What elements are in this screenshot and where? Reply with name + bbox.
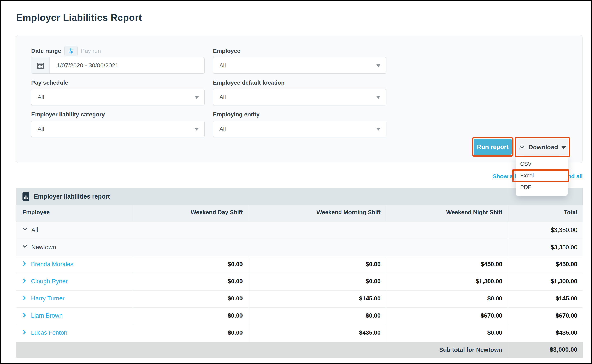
download-menu-item-excel-label: Excel (520, 173, 534, 179)
screenshot-frame: Employer Liabilities Report Date range P… (0, 0, 592, 364)
column-header-employee: Employee (16, 205, 132, 221)
download-menu: CSV Excel PDF (516, 157, 568, 196)
column-header-weekend-day-shift: Weekend Day Shift (132, 205, 248, 221)
cell-total: $1,300.00 (508, 273, 583, 290)
employee-default-location-select[interactable]: All (213, 89, 386, 105)
dropdown-caret-icon (376, 64, 380, 67)
cell-total: $145.00 (508, 291, 583, 307)
download-button-label: Download (528, 144, 558, 151)
dropdown-caret-icon (376, 96, 380, 99)
employee-link[interactable]: Harry Turner (31, 295, 65, 302)
dropdown-caret-icon (195, 128, 199, 131)
chevron-right-icon (22, 313, 27, 318)
show-all-link[interactable]: Show all (493, 173, 516, 180)
date-pay-run-toggle[interactable] (64, 46, 78, 56)
cell-total: $670.00 (508, 308, 583, 325)
download-menu-item-excel[interactable]: Excel (516, 170, 568, 181)
table-links-row: Show all Expand all (16, 172, 583, 181)
group-total: $3,350.00 (508, 222, 583, 239)
table-title: Employer liabilities report (34, 193, 110, 200)
cell-total: $435.00 (508, 325, 583, 342)
cell-total: $450.00 (508, 256, 583, 273)
date-range-field: Date range Pay run (31, 46, 205, 74)
expand-row-button[interactable] (22, 278, 27, 283)
cell-weekend-night: $0.00 (386, 325, 508, 342)
column-header-weekend-night-shift: Weekend Night Shift (386, 205, 508, 221)
cell-weekend-morning: $435.00 (248, 325, 386, 342)
date-range-input[interactable]: 1/07/2020 - 30/06/2021 (31, 57, 205, 74)
page: Employer Liabilities Report Date range P… (1, 1, 591, 363)
download-button[interactable]: Download (517, 139, 568, 155)
employee-default-location-select-value: All (213, 94, 226, 100)
cell-weekend-night: $450.00 (386, 256, 508, 273)
employee-select-value: All (213, 62, 226, 69)
employing-entity-label: Employing entity (213, 111, 260, 118)
employer-liability-category-select[interactable]: All (31, 121, 205, 137)
subtotal-row: Sub total for Newtown $3,000.00 (16, 342, 583, 358)
download-wrap: Download (517, 139, 568, 155)
cell-weekend-night: $0.00 (386, 291, 508, 307)
chevron-right-icon (22, 295, 27, 300)
employer-liability-category-field: Employer liability category All (31, 110, 205, 137)
collapse-group-button[interactable] (22, 227, 27, 231)
column-header-weekend-morning-shift: Weekend Morning Shift (248, 205, 386, 221)
pay-schedule-select[interactable]: All (31, 89, 205, 105)
download-menu-item-pdf[interactable]: PDF (516, 181, 568, 193)
date-range-value: 1/07/2020 - 30/06/2021 (50, 57, 119, 73)
employee-link[interactable]: Clough Ryner (31, 278, 67, 285)
run-report-button[interactable]: Run report (474, 139, 512, 155)
chevron-down-icon (22, 227, 27, 231)
group-total: $3,350.00 (508, 239, 583, 256)
expand-row-button[interactable] (22, 295, 27, 300)
filter-panel: Date range Pay run (16, 35, 583, 163)
employing-entity-field: Employing entity All (213, 110, 386, 137)
pay-run-label: Pay run (81, 48, 101, 54)
pay-schedule-select-value: All (31, 94, 44, 100)
table-header-row: Employee Weekend Day Shift Weekend Morni… (16, 205, 583, 221)
report-icon (22, 192, 29, 201)
caret-down-icon (561, 146, 566, 149)
employee-default-location-field: Employee default location All (213, 78, 386, 105)
employer-liability-category-select-value: All (31, 126, 44, 132)
cell-weekend-day: $0.00 (132, 325, 248, 342)
cell-weekend-day: $0.00 (132, 308, 248, 325)
cell-weekend-morning: $145.00 (248, 291, 386, 307)
collapse-group-button[interactable] (22, 244, 27, 248)
table-row: Liam Brown $0.00 $0.00 $670.00 $670.00 (16, 307, 583, 325)
employing-entity-select[interactable]: All (213, 121, 386, 137)
date-range-label: Date range (31, 48, 61, 54)
expand-row-button[interactable] (22, 261, 27, 266)
employee-select[interactable]: All (213, 57, 386, 74)
group-label: All (31, 227, 38, 233)
expand-row-button[interactable] (22, 330, 27, 335)
group-label: Newtown (31, 244, 56, 251)
subtotal-label: Sub total for Newtown (16, 342, 508, 358)
expand-row-button[interactable] (22, 313, 27, 318)
cell-weekend-day: $0.00 (132, 291, 248, 307)
calendar-icon (37, 61, 44, 69)
table-title-bar: Employer liabilities report (16, 188, 583, 205)
cell-weekend-night: $1,300.00 (386, 273, 508, 290)
employee-link[interactable]: Liam Brown (31, 312, 63, 319)
employee-link[interactable]: Brenda Morales (31, 261, 73, 268)
date-range-label-row: Date range Pay run (31, 46, 205, 56)
group-row-newtown: Newtown $3,350.00 (16, 239, 583, 256)
pay-schedule-label: Pay schedule (31, 79, 68, 86)
cell-weekend-morning: $0.00 (248, 308, 386, 325)
date-prefix (31, 57, 50, 73)
cell-weekend-day: $0.00 (132, 273, 248, 290)
swap-arrows-icon (67, 48, 75, 54)
download-menu-item-csv[interactable]: CSV (516, 158, 568, 170)
employing-entity-select-value: All (213, 126, 226, 132)
table-row: Brenda Morales $0.00 $0.00 $450.00 $450.… (16, 256, 583, 273)
cell-weekend-day: $0.00 (132, 256, 248, 273)
cell-weekend-night: $670.00 (386, 308, 508, 325)
column-header-total: Total (508, 205, 583, 221)
group-row-all: All $3,350.00 (16, 221, 583, 239)
dropdown-caret-icon (376, 128, 380, 131)
dropdown-caret-icon (195, 96, 199, 99)
table-row: Harry Turner $0.00 $145.00 $0.00 $145.00 (16, 290, 583, 307)
cell-weekend-morning: $0.00 (248, 273, 386, 290)
chevron-right-icon (22, 261, 27, 266)
employee-link[interactable]: Lucas Fenton (31, 329, 67, 336)
